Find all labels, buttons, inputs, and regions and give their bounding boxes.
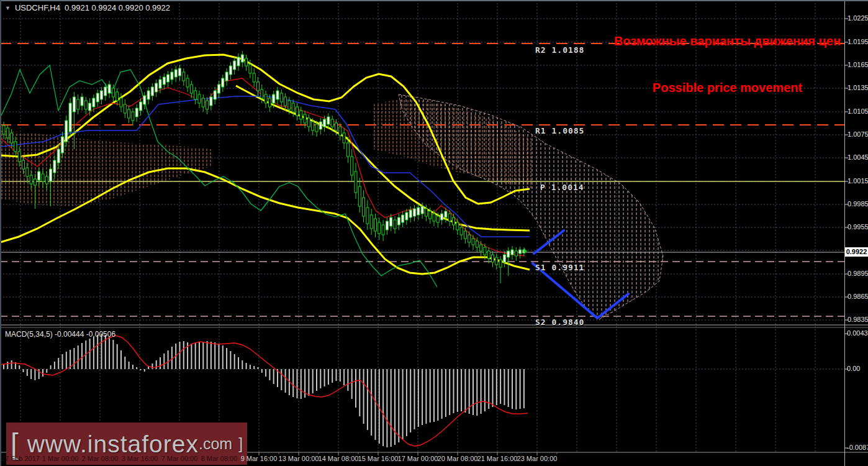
watermark-suffix: .com xyxy=(199,436,232,452)
price-chart-canvas[interactable] xyxy=(0,0,868,466)
watermark-text: www.instaforex xyxy=(27,432,199,456)
ichimoku-future-cloud xyxy=(399,94,663,319)
watermark-bracket-left-icon: [ xyxy=(11,429,19,458)
watermark-bracket-right-icon: ] xyxy=(238,436,243,452)
mt4-chart-window[interactable]: [ www.instaforex .com ] ▼ USDCHF,H4 0.99… xyxy=(0,0,868,466)
instaforex-watermark: [ www.instaforex .com ] xyxy=(6,423,247,465)
